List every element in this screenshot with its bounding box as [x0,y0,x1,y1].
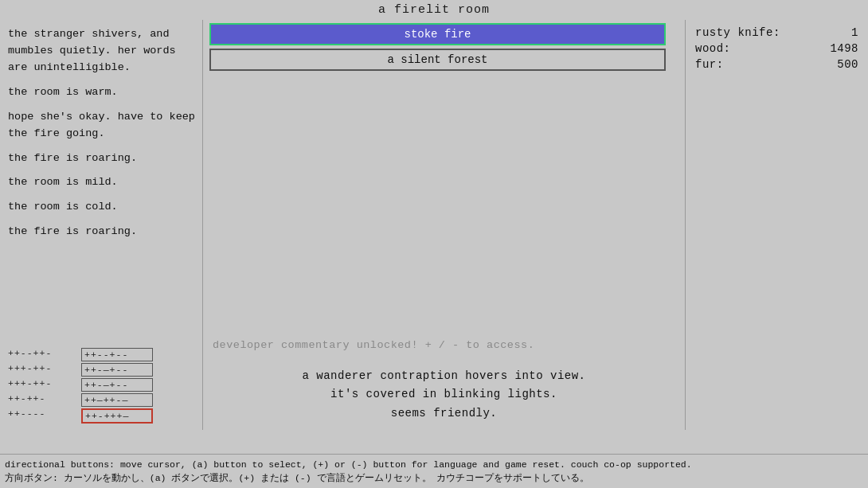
menu-item-1[interactable]: a silent forest [209,49,666,71]
ctrl-left-2: +++-++- [8,378,78,392]
inv-value: 1 [851,26,858,39]
page-title: a firelit room [378,3,490,17]
narrative-text: the stranger shivers, and mumbles quietl… [8,26,196,248]
ctrl-right-0: ++--+-- [81,348,153,361]
inv-name: rusty knife: [695,26,780,39]
controller-row: ++-++-++—++-— [8,393,196,407]
bottom-line1: directional buttons: move cursor, (a) bu… [5,458,863,471]
center-content: developer commentary unlocked! + / - to … [203,77,685,430]
inventory-item: rusty knife:1 [695,26,858,39]
center-message: a wanderer contraption hovers into view. [213,367,675,386]
inventory-item: wood:1498 [695,42,858,55]
ctrl-left-4: ++---- [8,408,78,424]
inventory-item: fur:500 [695,58,858,71]
ctrl-left-1: +++-++- [8,363,78,377]
menu-area: stoke firea silent forest [203,20,685,77]
inv-value: 500 [837,58,858,71]
dev-commentary: developer commentary unlocked! + / - to … [213,339,675,351]
ctrl-right-4: ++-+++— [81,408,153,424]
narrative-paragraph: hope she's okay. have to keep the fire g… [8,109,196,142]
controller-row: ++----++-+++— [8,408,196,424]
inv-name: fur: [695,58,724,71]
bottom-bar: directional buttons: move cursor, (a) bu… [0,454,868,489]
narrative-paragraph: the room is cold. [8,199,196,216]
controller-grid: ++--++-++--+--+++-++-++-—+--+++-++-++-—+… [8,348,196,424]
controller-row: +++-++-++-—+-- [8,378,196,392]
controller-row: +++-++-++-—+-- [8,363,196,377]
narrative-paragraph: the stranger shivers, and mumbles quietl… [8,26,196,76]
center-panel: stoke firea silent forest developer comm… [203,20,685,430]
ctrl-right-1: ++-—+-- [81,363,153,377]
center-message: seems friendly. [213,404,675,424]
ctrl-left-3: ++-++- [8,393,78,407]
main-layout: the stranger shivers, and mumbles quietl… [0,20,868,430]
inventory-list: rusty knife:1wood:1498fur:500 [695,26,858,71]
bottom-line2: 方向ボタン: カーソルを動かし、(a) ボタンで選択。(+) または (-) で… [5,471,863,485]
right-panel: rusty knife:1wood:1498fur:500 [685,20,868,430]
narrative-paragraph: the fire is roaring. [8,224,196,240]
inv-value: 1498 [830,42,858,55]
center-messages: a wanderer contraption hovers into view.… [213,367,675,424]
left-panel: the stranger shivers, and mumbles quietl… [0,20,203,430]
center-message: it's covered in blinking lights. [213,385,675,404]
narrative-paragraph: the room is warm. [8,84,196,101]
ctrl-right-3: ++—++-— [81,393,153,407]
narrative-paragraph: the room is mild. [8,174,196,191]
inv-name: wood: [695,42,731,55]
ctrl-left-0: ++--++- [8,348,78,361]
ctrl-right-2: ++-—+-- [81,378,153,392]
title-bar: a firelit room [0,0,868,20]
controller-row: ++--++-++--+-- [8,348,196,361]
menu-item-0[interactable]: stoke fire [209,23,666,45]
narrative-paragraph: the fire is roaring. [8,150,196,167]
